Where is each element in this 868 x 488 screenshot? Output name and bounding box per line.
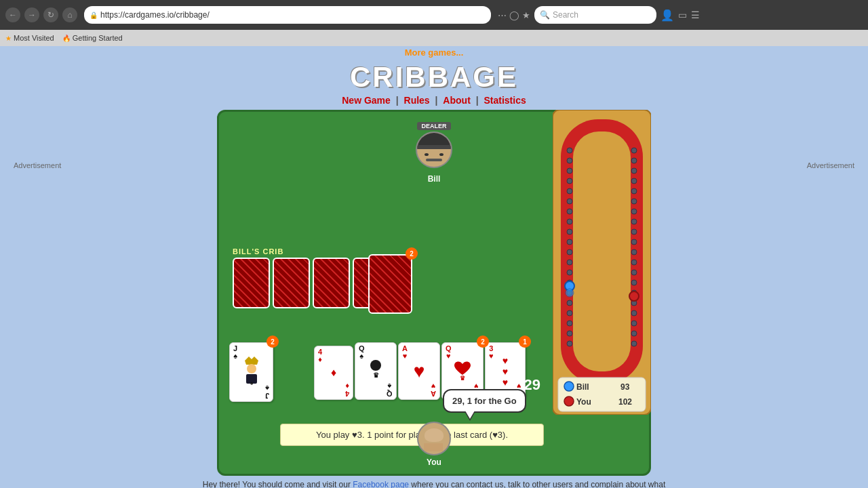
card-br: 4♦: [345, 382, 349, 397]
svg-point-14: [567, 178, 572, 184]
svg-point-12: [567, 158, 572, 163]
statistics-link[interactable]: Statistics: [484, 95, 526, 106]
sep3: |: [476, 95, 481, 106]
card-center: ♥♥♥: [502, 355, 508, 388]
rules-link[interactable]: Rules: [404, 95, 430, 106]
crib-label: BILL'S CRIB: [233, 247, 283, 256]
you-area: You: [417, 422, 451, 467]
svg-point-28: [567, 321, 572, 326]
crib-card-2: [273, 258, 310, 308]
bookmark-getting-started[interactable]: 🔥 Getting Started: [62, 34, 123, 42]
message-box: You play ♥3. 1 point for playing the las…: [280, 424, 544, 446]
card-center: ♦: [331, 367, 336, 379]
svg-text:♛: ♛: [460, 375, 465, 382]
card-tl: Q♥: [446, 345, 452, 360]
svg-text:93: 93: [620, 382, 630, 392]
player-hand[interactable]: 2 J♠: [229, 342, 273, 402]
star-icon: ★: [5, 35, 12, 42]
card-tl: 4♦: [318, 348, 322, 363]
bookmark-most-visited[interactable]: ★ Most Visited: [5, 34, 54, 42]
svg-text:Bill: Bill: [576, 382, 589, 392]
bookmark-label: Getting Started: [73, 34, 123, 42]
qh-badge: 2: [477, 336, 489, 348]
svg-point-41: [631, 249, 637, 255]
play-card-4d: 4♦ ♦ 4♦: [314, 346, 353, 400]
svg-point-17: [567, 209, 572, 214]
crib-board-svg: Bill 93 You 102: [553, 110, 651, 415]
card-center: ♛: [365, 356, 387, 387]
svg-point-18: [567, 219, 572, 224]
svg-point-32: [631, 158, 637, 163]
svg-point-40: [631, 239, 637, 245]
dealer-area: DEALER: [416, 119, 452, 184]
svg-point-15: [567, 188, 572, 194]
svg-point-43: [631, 270, 637, 275]
sidebar-icon[interactable]: ▭: [678, 9, 687, 20]
dealer-badge: DEALER: [417, 122, 450, 130]
svg-point-11: [567, 148, 572, 153]
svg-text:♛: ♛: [373, 371, 379, 379]
bottom-text: Hey there! You should come and visit our…: [0, 480, 868, 488]
bookmark-label: Most Visited: [14, 34, 54, 42]
url-text: https://cardgames.io/cribbage/: [100, 10, 210, 20]
browser-icons: 👤 ▭ ☰: [660, 9, 700, 22]
bill-name: Bill: [416, 174, 452, 184]
svg-point-50: [631, 341, 637, 346]
svg-point-5: [370, 360, 381, 371]
card-br: A♥: [431, 382, 436, 397]
svg-point-19: [567, 229, 572, 235]
crib-cards-area: [233, 258, 390, 308]
page-wrapper: Advertisement Advertisement More games..…: [0, 46, 868, 488]
back-button[interactable]: ←: [5, 7, 20, 22]
svg-point-55: [564, 382, 574, 391]
about-link[interactable]: About: [443, 95, 470, 106]
nav-links: New Game | Rules | About | Statistics: [0, 95, 868, 106]
svg-point-16: [567, 199, 572, 204]
hamburger-icon[interactable]: ☰: [691, 9, 700, 20]
3h-badge: 1: [519, 336, 531, 348]
svg-point-27: [567, 310, 572, 316]
browser-chrome: ← → ↻ ⌂ 🔒 https://cardgames.io/cribbage/…: [0, 0, 868, 30]
svg-point-36: [631, 199, 637, 204]
game-area: DEALER: [0, 110, 868, 476]
pocket-icon[interactable]: ◯: [509, 10, 519, 20]
bill-avatar: [416, 131, 452, 168]
svg-point-13: [567, 168, 572, 174]
new-game-link[interactable]: New Game: [342, 95, 391, 106]
svg-point-48: [631, 321, 637, 326]
game-title: CRIBBAGE: [0, 61, 868, 94]
address-bar[interactable]: 🔒 https://cardgames.io/cribbage/: [84, 6, 491, 24]
svg-point-49: [631, 331, 637, 336]
bottom-text-content: Hey there! You should come and visit our: [203, 480, 351, 488]
svg-point-26: [567, 300, 572, 306]
star-icon[interactable]: ★: [522, 10, 530, 20]
svg-point-47: [631, 310, 637, 316]
page-header: More games... CRIBBAGE New Game | Rules …: [0, 46, 868, 106]
sep2: |: [435, 95, 441, 106]
svg-point-42: [631, 260, 637, 265]
card-tl: Q♠: [359, 345, 365, 360]
facebook-link[interactable]: Facebook page: [353, 480, 409, 488]
card-br: Q♠: [387, 382, 393, 397]
menu-dots[interactable]: ⋯: [498, 10, 507, 20]
svg-rect-10: [573, 131, 631, 371]
crib-card-3: [313, 258, 350, 308]
more-games-link[interactable]: More games...: [405, 47, 464, 58]
profile-icon[interactable]: 👤: [660, 9, 674, 22]
search-icon: 🔍: [540, 10, 550, 20]
search-bar[interactable]: 🔍 Search: [534, 6, 656, 24]
crib-card-1: [233, 258, 270, 308]
play-card-ah: A♥ ♥ A♥: [398, 342, 440, 400]
card-rank-br: J♠: [265, 384, 269, 399]
svg-point-22: [567, 260, 572, 265]
forward-button[interactable]: →: [24, 7, 39, 22]
j-spades-card[interactable]: J♠: [229, 342, 273, 402]
svg-point-39: [631, 229, 637, 235]
home-button[interactable]: ⌂: [62, 7, 77, 22]
speech-bubble: 29, 1 for the Go: [443, 389, 526, 413]
reload-button[interactable]: ↻: [43, 7, 58, 22]
sep1: |: [396, 95, 401, 106]
svg-text:You: You: [576, 397, 591, 407]
card-tl: 3♥: [489, 345, 494, 360]
svg-point-35: [631, 188, 637, 194]
